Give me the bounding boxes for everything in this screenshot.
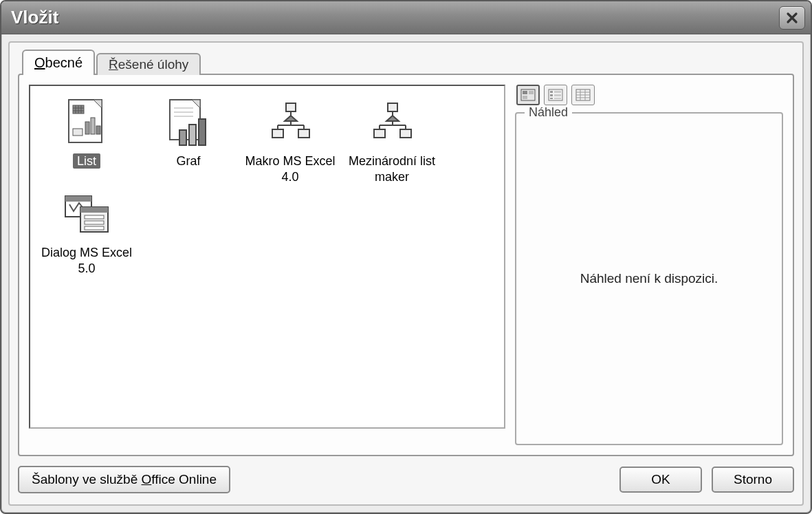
svg-rect-43 (85, 221, 104, 224)
template-item-dialog[interactable]: Dialog MS Excel 5.0 (36, 186, 138, 277)
insert-dialog: Vložit Obecné Řešené úlohy (0, 0, 812, 514)
template-label: Graf (139, 153, 238, 169)
macro-icon (263, 96, 318, 151)
view-details-button[interactable] (571, 85, 595, 105)
svg-rect-55 (554, 98, 561, 99)
preview-legend: Náhled (525, 105, 572, 120)
template-item-graf[interactable]: Graf (138, 94, 239, 186)
svg-rect-11 (73, 129, 83, 136)
list-icon (548, 89, 563, 101)
svg-rect-8 (85, 122, 89, 134)
preview-message: Náhled není k dispozici. (580, 271, 718, 286)
svg-rect-29 (388, 103, 397, 111)
svg-rect-20 (286, 103, 296, 111)
view-large-icons-button[interactable] (516, 85, 540, 105)
tab-general[interactable]: Obecné (22, 50, 95, 75)
close-button[interactable] (779, 6, 805, 30)
view-list-button[interactable] (544, 85, 567, 105)
svg-rect-18 (189, 125, 196, 145)
template-item-list[interactable]: List (36, 94, 138, 186)
worksheet-icon (59, 96, 114, 151)
svg-rect-28 (298, 129, 309, 138)
svg-rect-50 (550, 91, 553, 93)
svg-rect-42 (85, 215, 104, 219)
svg-rect-36 (374, 129, 385, 138)
template-label: Dialog MS Excel 5.0 (37, 245, 136, 276)
ok-button[interactable]: OK (619, 467, 702, 493)
svg-rect-17 (179, 130, 186, 145)
details-icon (575, 89, 591, 101)
templates-online-button[interactable]: Šablony ve službě Office Online (18, 466, 230, 493)
macro-icon (364, 96, 419, 151)
template-list[interactable]: List (29, 85, 505, 429)
svg-rect-39 (65, 196, 91, 202)
svg-rect-27 (272, 129, 283, 138)
titlebar[interactable]: Vložit (1, 1, 811, 34)
right-column: Náhled Náhled není k dispozici. (515, 85, 783, 445)
svg-marker-21 (285, 116, 297, 121)
tab-strip: Obecné Řešené úlohy (18, 50, 794, 75)
chart-icon (161, 96, 216, 151)
svg-rect-48 (523, 96, 527, 99)
close-icon (786, 12, 798, 24)
template-label: Mezinárodní list maker (342, 153, 441, 184)
svg-rect-47 (529, 91, 534, 94)
template-item-intl-macro[interactable]: Mezinárodní list maker (341, 94, 443, 186)
svg-rect-52 (550, 98, 553, 99)
svg-rect-53 (554, 91, 561, 93)
svg-rect-51 (550, 94, 553, 96)
svg-rect-37 (400, 129, 411, 138)
template-label: Makro MS Excel 4.0 (241, 153, 340, 184)
template-label: List (73, 153, 100, 169)
dialog-title: Vložit (11, 7, 58, 28)
dialog-footer: Šablony ve službě Office Online OK Storn… (18, 456, 794, 493)
view-mode-toolbar (515, 85, 783, 105)
svg-rect-19 (199, 119, 206, 145)
template-item-macro[interactable]: Makro MS Excel 4.0 (239, 94, 341, 186)
large-icons-icon (520, 89, 536, 101)
svg-rect-41 (80, 207, 108, 213)
svg-rect-44 (85, 226, 104, 230)
svg-marker-30 (386, 116, 399, 121)
cancel-button[interactable]: Storno (712, 467, 794, 493)
preview-groupbox: Náhled Náhled není k dispozici. (515, 112, 783, 445)
dialog-icon (59, 187, 114, 242)
svg-rect-54 (554, 94, 561, 96)
svg-rect-46 (523, 91, 527, 94)
tab-panel-general: List (18, 74, 794, 456)
svg-rect-10 (96, 126, 100, 134)
client-area: Obecné Řešené úlohy (8, 41, 804, 506)
svg-rect-9 (91, 118, 95, 134)
tab-solved-tasks[interactable]: Řešené úlohy (96, 53, 201, 75)
